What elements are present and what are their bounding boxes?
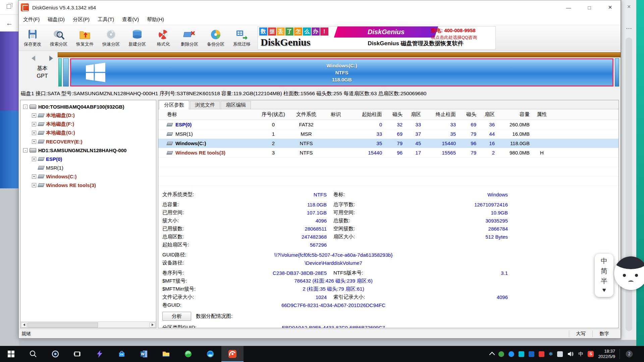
qq-tray-icon[interactable]	[529, 351, 534, 357]
ime-indicator[interactable]: 中	[578, 351, 583, 357]
expand-toggle[interactable]: +	[32, 139, 36, 144]
tree-item-msr[interactable]: MSR(1)	[20, 163, 156, 172]
ad-contact[interactable]: 致电: 400-008-9958 或点击此处选择QQ咨询	[431, 27, 493, 41]
partition-bar-re-tools[interactable]	[615, 58, 619, 86]
partition-row-windows-re[interactable]: Windows RE tools(3) 3 NTFS 15440 96 17 1…	[158, 148, 619, 158]
tree-item-local-f[interactable]: + 本地磁盘(F:)	[20, 120, 156, 128]
scroll-right-button[interactable]	[150, 322, 155, 327]
system-migrate-button[interactable]: 系统迁移	[229, 26, 255, 50]
power-tray-icon[interactable]	[557, 351, 563, 357]
next-disk-icon[interactable]	[49, 56, 53, 61]
maximize-button[interactable]: □	[579, 0, 600, 14]
backup-partition-button[interactable]: 备份分区	[203, 26, 229, 50]
partition-row-windows-c[interactable]: Windows(C:) 2 NTFS 35 79 45 15440 96 16 …	[158, 139, 619, 148]
diskgenius-taskbar-button[interactable]	[221, 346, 244, 362]
save-changes-button[interactable]: 保存更改	[19, 26, 46, 50]
antivirus-tray-icon[interactable]	[498, 351, 504, 357]
tree-item-recovery-e[interactable]: + RECOVERY(E:)	[20, 137, 156, 146]
action-center-button[interactable]: 2	[624, 349, 634, 359]
menu-tools[interactable]: 工具(T)	[94, 15, 118, 24]
expand-toggle[interactable]: +	[32, 113, 36, 118]
background-back-button[interactable]: ←	[0, 15, 19, 32]
tree-item-hd0[interactable]: - HD0:TOSHIBAMQ04ABF100(932GB)	[20, 102, 156, 111]
partition-row-msr[interactable]: MSR(1) 1 MSR 33 69 37 35 79 44 16.0MB	[158, 129, 619, 139]
tree-item-esp[interactable]: + ESP(0)	[20, 155, 156, 163]
format-button[interactable]: 格式化	[150, 26, 176, 50]
quick-partition-icon	[105, 29, 117, 40]
partition-row-esp[interactable]: ESP(0) 0 FAT32 0 32 33 33 69 36 260.0MB	[158, 120, 619, 129]
recover-files-button[interactable]: 恢复文件	[72, 26, 98, 50]
browser-tray-icon[interactable]	[508, 351, 514, 357]
cortana-button[interactable]	[44, 346, 66, 362]
scroll-track[interactable]	[28, 322, 149, 327]
ime-mode-halfwidth[interactable]: 半	[601, 277, 607, 286]
edge-button[interactable]	[199, 346, 221, 362]
search-partition-button[interactable]: 搜索分区	[46, 26, 72, 50]
delete-partition-button[interactable]: 删除分区	[176, 26, 203, 50]
tree-item-windows-re[interactable]: + Windows RE tools(3)	[20, 181, 156, 189]
menu-view[interactable]: 查看(V)	[118, 15, 143, 24]
tab-browse-files[interactable]: 浏览文件	[190, 101, 220, 109]
taskbar-search-button[interactable]	[22, 346, 44, 362]
quick-partition-button[interactable]: 快速分区	[98, 26, 124, 50]
sticker-hair	[614, 256, 644, 269]
volume-name: Windows(C:)	[175, 140, 206, 146]
thunder-app-button[interactable]	[89, 346, 111, 362]
volume-name: MSR(1)	[175, 131, 193, 137]
cell-start-sector: 45	[405, 140, 423, 146]
expand-toggle[interactable]: +	[32, 183, 36, 187]
detail-label: 簇大小:	[162, 218, 243, 224]
partition-bar-windows-c[interactable]: Windows(C:) NTFS 118.0GB	[70, 58, 613, 86]
menu-help[interactable]: 帮助(H)	[143, 15, 168, 24]
volume-icon[interactable]	[567, 351, 574, 357]
detail-label: 空闲簇数:	[327, 226, 424, 232]
system-migrate-icon	[235, 29, 248, 40]
expand-toggle[interactable]: +	[32, 122, 36, 126]
collapse-toggle[interactable]: -	[23, 148, 28, 153]
disk-capacity-strip[interactable]	[58, 52, 621, 57]
ime-status-box[interactable]: 中 简 半 ♥	[595, 254, 613, 297]
taskbar-clock[interactable]: 18:37 2022/5/9	[598, 349, 615, 359]
ms-store-button[interactable]	[111, 346, 133, 362]
prev-disk-icon[interactable]	[32, 56, 35, 61]
snowflake-tray-icon[interactable]: ❄	[549, 351, 553, 357]
green-browser-button[interactable]	[177, 346, 199, 362]
analyze-button[interactable]: 分析	[162, 312, 191, 321]
overflow-menu-icon: ⋯	[622, 25, 636, 32]
expand-toggle[interactable]: +	[32, 174, 36, 179]
expand-toggle[interactable]: +	[32, 157, 36, 161]
task-view-button[interactable]	[66, 346, 89, 362]
hidden-icons-chevron[interactable]	[489, 352, 495, 358]
scroll-left-button[interactable]	[21, 322, 27, 327]
tree-horizontal-scrollbar[interactable]	[20, 321, 156, 328]
close-button[interactable]: ✕	[600, 0, 621, 14]
ad-banner[interactable]: 数 据 丢 了 怎 么 办 ！ DiskGenius DiskGenius 致电…	[258, 26, 496, 50]
word-button[interactable]: W	[133, 346, 155, 362]
collapse-toggle[interactable]: -	[23, 105, 28, 109]
ime-mode-chinese[interactable]: 中	[601, 256, 607, 265]
tree-item-local-g[interactable]: + 本地磁盘(G:)	[20, 128, 156, 137]
netdisk-tray-icon[interactable]	[519, 351, 524, 357]
partition-bar-esp[interactable]	[58, 58, 62, 86]
minimize-button[interactable]: —	[558, 0, 579, 14]
scroll-thumb[interactable]	[28, 322, 98, 327]
tree-item-local-d[interactable]: + 本地磁盘(D:)	[20, 111, 156, 120]
ime-mode-simplified[interactable]: 简	[601, 266, 607, 276]
tree-item-windows-c[interactable]: + Windows(C:)	[20, 172, 156, 181]
tree-item-hd1[interactable]: - HD1:SAMSUNGMZNLN128HAHQ-000	[20, 146, 156, 155]
partition-bar-msr[interactable]	[63, 58, 69, 86]
menu-disk[interactable]: 磁盘(D)	[44, 15, 69, 24]
new-partition-button[interactable]: 新建分区	[124, 26, 150, 50]
menu-partition[interactable]: 分区(P)	[69, 15, 94, 24]
security-tray-icon[interactable]	[539, 351, 544, 357]
menu-file[interactable]: 文件(F)	[19, 15, 44, 24]
partition-icon	[166, 151, 173, 155]
sogou-tray-icon[interactable]: S	[588, 351, 594, 357]
expand-toggle[interactable]: +	[32, 131, 36, 135]
ad-headline: 数 据 丢 了 怎 么 办 ！	[259, 27, 328, 36]
start-button[interactable]	[0, 346, 22, 362]
tab-partition-params[interactable]: 分区参数	[159, 100, 189, 109]
tab-sector-edit[interactable]: 扇区编辑	[221, 101, 251, 109]
detail-value: 118.0GB	[243, 202, 327, 207]
file-explorer-button[interactable]	[155, 346, 177, 362]
